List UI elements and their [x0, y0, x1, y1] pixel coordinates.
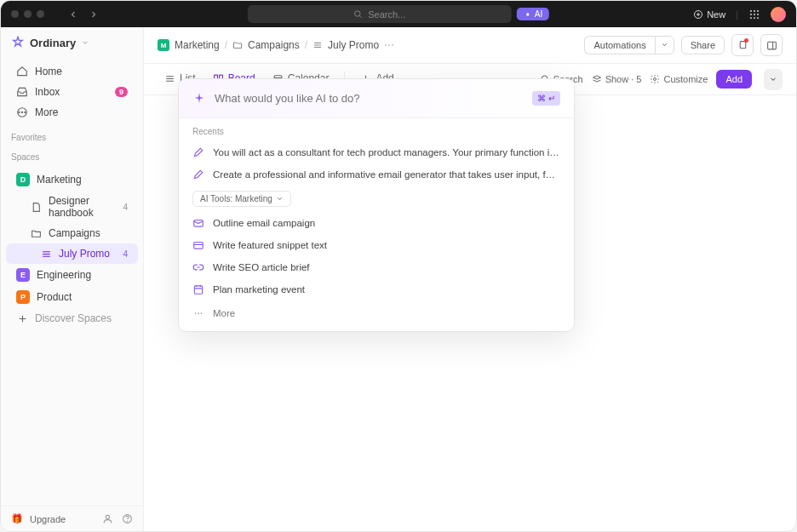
sidebar-home[interactable]: Home	[6, 61, 138, 82]
ai-panel: ⌘ ↵ Recents You will act as a consultant…	[178, 78, 575, 332]
home-icon	[16, 66, 28, 77]
add-task-button[interactable]: Add	[716, 70, 752, 89]
svg-point-53	[198, 312, 199, 314]
nav-back[interactable]	[65, 6, 82, 23]
sidebar-item-label: Product	[37, 291, 72, 303]
global-search[interactable]: Search...	[248, 5, 512, 23]
svg-point-11	[757, 13, 759, 14]
upgrade-button[interactable]: Upgrade	[30, 514, 66, 524]
link-icon	[192, 261, 204, 273]
panel-toggle-button[interactable]	[760, 34, 783, 56]
folder-icon	[30, 227, 42, 239]
ai-tool-email-campaign[interactable]: Outline email campaign	[179, 212, 574, 234]
tool-label: Write featured snippet text	[213, 240, 327, 250]
ai-tool-seo-brief[interactable]: Write SEO article brief	[179, 256, 574, 278]
notifications-button[interactable]	[731, 34, 754, 56]
recent-prompt[interactable]: You will act as a consultant for tech pr…	[179, 141, 574, 163]
doc-designer-handbook[interactable]: Designer handbook 4	[6, 191, 138, 223]
user-avatar[interactable]	[771, 7, 786, 22]
keyboard-hint: ⌘ ↵	[532, 91, 560, 106]
minimize-window[interactable]	[24, 10, 32, 18]
list-july-promo[interactable]: July Promo 4	[6, 243, 138, 264]
ai-more-button[interactable]: More	[179, 300, 574, 331]
breadcrumb-more-icon[interactable]: ⋯	[384, 39, 394, 51]
count-badge: 4	[123, 203, 128, 212]
ai-tool-marketing-event[interactable]: Plan marketing event	[179, 278, 574, 300]
sidebar-item-label: Inbox	[35, 86, 60, 98]
notification-dot	[744, 38, 748, 43]
calendar-icon	[192, 283, 204, 295]
ai-prompt-input[interactable]	[215, 92, 524, 105]
more-label: More	[213, 308, 235, 318]
automations-button[interactable]: Automations	[584, 36, 654, 54]
dots-icon	[192, 307, 204, 319]
svg-rect-46	[194, 243, 204, 249]
workspace-switcher[interactable]: Ordinary	[1, 27, 143, 58]
spaces-section-label: Spaces	[1, 146, 143, 165]
svg-point-8	[757, 9, 759, 11]
svg-point-12	[750, 16, 752, 18]
space-icon: P	[16, 290, 30, 304]
chevron-down-icon	[81, 38, 89, 47]
close-window[interactable]	[11, 10, 19, 18]
svg-point-15	[21, 112, 22, 112]
sidebar-item-label: Campaigns	[49, 227, 100, 239]
new-button[interactable]: New	[693, 9, 725, 20]
add-task-dropdown[interactable]	[764, 69, 783, 90]
space-engineering[interactable]: E Engineering	[6, 264, 138, 286]
titlebar: Search... AI New |	[1, 1, 796, 27]
share-button[interactable]: Share	[681, 36, 725, 54]
count-badge: 4	[123, 249, 128, 259]
chevron-down-icon	[276, 195, 284, 203]
help-icon[interactable]	[122, 513, 133, 524]
space-product[interactable]: P Product	[6, 286, 138, 308]
apps-grid-icon[interactable]	[748, 9, 760, 20]
sidebar-inbox[interactable]: Inbox 9	[6, 82, 138, 102]
recent-text: Create a professional and informative em…	[213, 169, 560, 180]
card-icon	[192, 239, 204, 251]
gear-icon	[650, 74, 660, 84]
workspace-logo-icon	[11, 36, 25, 49]
svg-point-54	[201, 312, 203, 314]
mail-icon	[192, 217, 204, 229]
svg-point-26	[127, 521, 128, 522]
sidebar-item-label: Engineering	[37, 269, 91, 281]
sidebar-item-label: July Promo	[59, 248, 110, 260]
svg-point-2	[526, 13, 529, 15]
svg-line-1	[360, 16, 362, 18]
ai-tool-snippet[interactable]: Write featured snippet text	[179, 234, 574, 256]
svg-rect-48	[194, 286, 202, 294]
nav-forward[interactable]	[85, 6, 102, 23]
breadcrumb-folder[interactable]: Campaigns	[248, 39, 300, 51]
tool-label: Outline email campaign	[213, 218, 315, 228]
svg-point-10	[754, 13, 755, 14]
plus-icon	[16, 312, 28, 324]
customize-button[interactable]: Customize	[650, 74, 708, 84]
space-marketing[interactable]: D Marketing	[6, 169, 138, 191]
svg-point-14	[757, 16, 759, 18]
show-options[interactable]: Show · 5	[592, 74, 642, 84]
maximize-window[interactable]	[37, 10, 44, 18]
chevron-down-icon	[769, 75, 777, 83]
svg-point-52	[195, 312, 197, 314]
person-icon[interactable]	[102, 513, 113, 524]
tool-label: Write SEO article brief	[213, 262, 310, 272]
automations-dropdown[interactable]	[655, 36, 674, 54]
ai-button[interactable]: AI	[517, 8, 549, 20]
discover-spaces[interactable]: Discover Spaces	[6, 308, 138, 329]
sidebar-item-label: Designer handbook	[49, 195, 116, 219]
sidebar-more[interactable]: More	[6, 102, 138, 123]
upgrade-icon: 🎁	[11, 513, 23, 524]
pencil-icon	[192, 146, 204, 158]
breadcrumb-space[interactable]: Marketing	[175, 39, 220, 51]
inbox-icon	[16, 86, 28, 98]
breadcrumb-list[interactable]: July Promo	[328, 39, 379, 51]
recents-label: Recents	[179, 118, 574, 141]
folder-icon	[232, 40, 243, 50]
plus-circle-icon	[693, 9, 703, 20]
folder-campaigns[interactable]: Campaigns	[6, 223, 138, 243]
svg-point-9	[750, 13, 752, 14]
favorites-section-label: Favorites	[1, 126, 143, 146]
ai-tools-category[interactable]: AI Tools: Marketing	[192, 191, 291, 207]
recent-prompt[interactable]: Create a professional and informative em…	[179, 163, 574, 186]
